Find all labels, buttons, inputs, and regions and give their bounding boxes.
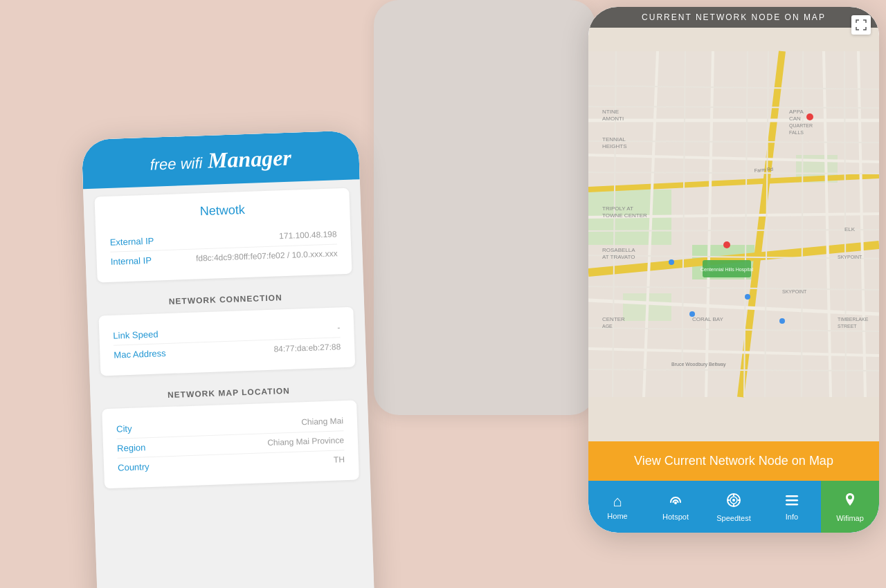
svg-point-57: [689, 311, 695, 317]
nav-home-label: Home: [607, 512, 627, 520]
network-connection-card: Link Speed - Mac Address 84:77:da:eb:27:…: [98, 307, 355, 376]
nav-wifimap-label: Wifimap: [836, 514, 864, 522]
svg-text:ELK: ELK: [844, 226, 856, 232]
network-card-title: Netwotk: [109, 199, 336, 221]
external-ip-label: External IP: [109, 235, 172, 248]
svg-text:Bruce Woodbury Beltway: Bruce Woodbury Beltway: [671, 362, 726, 367]
speedtest-icon: [725, 492, 742, 511]
svg-point-73: [848, 495, 852, 499]
svg-text:SKYPOINT: SKYPOINT: [838, 255, 862, 259]
svg-text:FALLS: FALLS: [789, 130, 804, 135]
external-ip-value: 171.100.48.198: [172, 229, 336, 244]
home-icon: ⌂: [613, 494, 622, 509]
svg-text:TRIPOLY AT: TRIPOLY AT: [602, 205, 633, 212]
internal-ip-value: fd8c:4dc9:80ff:fe07:fe02 / 10.0.xxx.xxx: [172, 248, 337, 264]
bottom-nav: ⌂ Home Hotspot: [588, 481, 879, 533]
phone-left: free wifi Manager Netwotk External IP 17…: [82, 130, 376, 588]
svg-text:HEIGHTS: HEIGHTS: [602, 143, 627, 149]
hotspot-icon: [667, 493, 684, 510]
svg-text:AT TRAVATO: AT TRAVATO: [602, 254, 635, 260]
nav-info[interactable]: Info: [763, 481, 821, 533]
mac-address-label: Mac Address: [114, 348, 176, 360]
link-speed-label: Link Speed: [113, 329, 175, 341]
svg-text:Centennial Hills Hospital: Centennial Hills Hospital: [700, 267, 753, 273]
svg-point-62: [674, 502, 677, 504]
svg-point-65: [732, 499, 735, 502]
svg-point-52: [806, 113, 813, 120]
nav-speedtest-label: Speedtest: [716, 514, 751, 522]
map-title-overlay: CURRENT NETWORK NODE ON MAP: [588, 7, 879, 28]
svg-text:TOWNE CENTER: TOWNE CENTER: [602, 212, 647, 219]
network-map-card: City Chiang Mai Region Chiang Mai Provin…: [102, 401, 359, 489]
svg-point-53: [723, 241, 730, 248]
map-title-text: CURRENT NETWORK NODE ON MAP: [642, 12, 826, 22]
svg-point-55: [745, 294, 750, 300]
map-svg: NTINE AMONTI TENNIAL HEIGHTS TRIPOLY AT …: [588, 7, 879, 441]
svg-rect-72: [786, 504, 798, 506]
nav-hotspot-label: Hotspot: [662, 513, 689, 521]
nav-info-label: Info: [786, 513, 798, 521]
country-label: Country: [118, 461, 180, 473]
wifimap-icon: [842, 492, 858, 511]
region-label: Region: [117, 441, 179, 454]
svg-text:NTINE: NTINE: [602, 109, 619, 115]
mac-address-value: 84:77:da:eb:27:88: [176, 342, 341, 357]
svg-text:APPA: APPA: [789, 109, 804, 115]
phone-right: CURRENT NETWORK NODE ON MAP: [588, 7, 879, 533]
nav-home[interactable]: ⌂ Home: [588, 481, 647, 533]
svg-text:TIMBERLAKE: TIMBERLAKE: [838, 317, 869, 322]
app-title-manager: Manager: [207, 145, 291, 173]
svg-point-56: [779, 318, 785, 324]
svg-rect-71: [786, 499, 798, 502]
info-icon: [784, 493, 799, 510]
svg-text:STREET: STREET: [838, 324, 857, 329]
svg-text:CAN: CAN: [789, 116, 801, 122]
nav-hotspot[interactable]: Hotspot: [647, 481, 705, 533]
svg-text:TENNIAL: TENNIAL: [602, 136, 626, 143]
view-map-button-label: View Current Network Node on Map: [634, 454, 833, 468]
svg-text:SKYPOINT: SKYPOINT: [782, 289, 807, 294]
internal-ip-label: Internal IP: [110, 255, 172, 267]
city-label: City: [116, 422, 179, 434]
region-value: Chiang Mai Province: [179, 435, 344, 450]
svg-text:AMONTI: AMONTI: [602, 116, 624, 122]
svg-text:AGE: AGE: [602, 324, 613, 329]
network-card: Netwotk External IP 171.100.48.198 Inter…: [94, 188, 352, 283]
svg-text:ROSABELLA: ROSABELLA: [602, 247, 635, 253]
nav-wifimap[interactable]: Wifimap: [821, 481, 879, 533]
link-speed-value: -: [175, 322, 340, 338]
map-fullscreen-button[interactable]: [851, 15, 871, 35]
app-title-freewifi: free wifi: [150, 154, 203, 174]
svg-text:CORAL BAY: CORAL BAY: [692, 316, 724, 322]
app-title: free wifi Manager: [96, 143, 345, 178]
city-value: Chiang Mai: [179, 416, 343, 431]
app-content: Netwotk External IP 171.100.48.198 Inter…: [83, 179, 371, 504]
map-area: CURRENT NETWORK NODE ON MAP: [588, 7, 879, 441]
country-value: TH: [180, 454, 345, 470]
view-map-button[interactable]: View Current Network Node on Map: [588, 441, 879, 481]
svg-text:CENTER: CENTER: [602, 316, 625, 322]
phone-background-shadow: [374, 0, 595, 415]
svg-point-54: [669, 259, 674, 265]
svg-rect-70: [786, 495, 798, 497]
phone-right-inner: CURRENT NETWORK NODE ON MAP: [588, 7, 879, 533]
nav-speedtest[interactable]: Speedtest: [705, 481, 763, 533]
svg-text:QUARTER: QUARTER: [789, 123, 813, 129]
